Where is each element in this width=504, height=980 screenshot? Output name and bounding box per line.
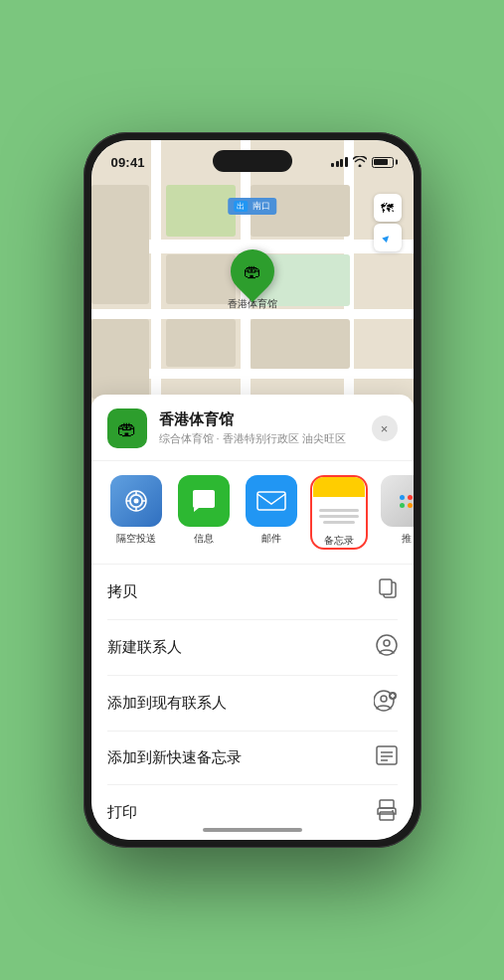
svg-rect-19 bbox=[380, 812, 394, 820]
airdrop-label: 隔空投送 bbox=[116, 532, 156, 546]
close-button[interactable]: × bbox=[372, 415, 398, 441]
place-icon: 🏟 bbox=[107, 408, 147, 448]
location-button[interactable]: ▲ bbox=[374, 224, 402, 251]
phone-screen: 09:41 bbox=[91, 140, 414, 840]
map-type-icon: 🗺 bbox=[381, 201, 394, 216]
place-name: 香港体育馆 bbox=[159, 410, 372, 429]
pin-icon: 🏟 bbox=[244, 261, 261, 282]
svg-point-1 bbox=[133, 499, 138, 504]
mail-icon bbox=[246, 475, 297, 527]
airdrop-icon bbox=[110, 475, 162, 527]
more-icon bbox=[381, 475, 414, 527]
map-type-button[interactable]: 🗺 bbox=[374, 194, 402, 222]
status-time: 09:41 bbox=[111, 155, 145, 170]
more-label: 推 bbox=[402, 532, 412, 546]
svg-rect-6 bbox=[380, 579, 392, 594]
location-pin: 🏟 香港体育馆 bbox=[228, 249, 277, 311]
quick-note-icon bbox=[376, 745, 398, 770]
share-apps-row: 隔空投送 信息 bbox=[91, 461, 414, 565]
notes-label: 备忘录 bbox=[324, 534, 354, 548]
place-header: 🏟 香港体育馆 综合体育馆 · 香港特别行政区 油尖旺区 × bbox=[91, 395, 414, 461]
map-controls[interactable]: 🗺 ▲ bbox=[374, 194, 402, 251]
mail-label: 邮件 bbox=[261, 532, 281, 546]
svg-point-8 bbox=[384, 640, 390, 646]
svg-rect-14 bbox=[377, 746, 397, 764]
new-contact-icon bbox=[376, 634, 398, 661]
svg-point-10 bbox=[381, 696, 387, 702]
share-app-notes[interactable]: 备忘录 bbox=[310, 475, 368, 550]
action-copy[interactable]: 拷贝 bbox=[107, 565, 398, 620]
svg-rect-4 bbox=[257, 492, 285, 510]
copy-icon bbox=[378, 578, 398, 605]
wifi-icon bbox=[353, 156, 367, 169]
print-label: 打印 bbox=[107, 803, 137, 822]
add-contact-label: 添加到现有联系人 bbox=[107, 694, 227, 713]
place-info: 香港体育馆 综合体育馆 · 香港特别行政区 油尖旺区 bbox=[159, 410, 372, 446]
share-app-mail[interactable]: 邮件 bbox=[243, 475, 300, 550]
action-add-contact[interactable]: 添加到现有联系人 bbox=[107, 676, 398, 732]
svg-point-20 bbox=[392, 810, 394, 812]
status-icons bbox=[331, 156, 394, 169]
action-new-contact[interactable]: 新建联系人 bbox=[107, 620, 398, 676]
location-icon: ▲ bbox=[379, 230, 395, 245]
share-app-messages[interactable]: 信息 bbox=[175, 475, 233, 550]
print-icon bbox=[376, 799, 398, 826]
quick-note-label: 添加到新快速备忘录 bbox=[107, 748, 242, 767]
dynamic-island bbox=[213, 150, 292, 172]
action-list: 拷贝 新建联系人 bbox=[91, 565, 414, 840]
svg-rect-18 bbox=[380, 800, 394, 808]
map-entrance-label: 出 南口 bbox=[228, 198, 277, 215]
battery-icon bbox=[372, 157, 394, 168]
phone-frame: 09:41 bbox=[84, 132, 421, 848]
place-description: 综合体育馆 · 香港特别行政区 油尖旺区 bbox=[159, 431, 372, 446]
copy-label: 拷贝 bbox=[107, 582, 137, 601]
signal-icon bbox=[331, 157, 348, 167]
add-contact-icon bbox=[374, 690, 398, 717]
share-app-more[interactable]: 推 bbox=[378, 475, 414, 550]
messages-label: 信息 bbox=[194, 532, 214, 546]
notes-icon bbox=[313, 477, 365, 529]
new-contact-label: 新建联系人 bbox=[107, 638, 182, 657]
bottom-sheet: 🏟 香港体育馆 综合体育馆 · 香港特别行政区 油尖旺区 × bbox=[91, 395, 414, 840]
home-indicator bbox=[203, 828, 302, 832]
share-app-airdrop[interactable]: 隔空投送 bbox=[107, 475, 165, 550]
messages-icon bbox=[178, 475, 230, 527]
action-quick-note[interactable]: 添加到新快速备忘录 bbox=[107, 732, 398, 785]
